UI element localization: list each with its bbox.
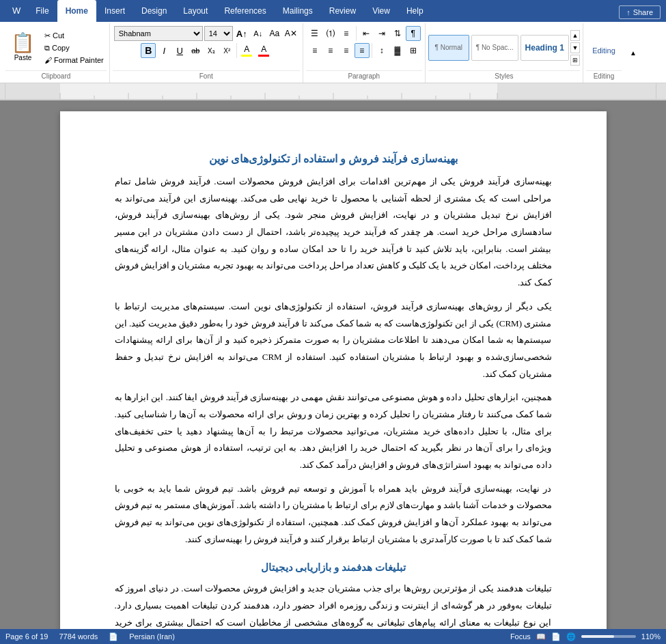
tab-review[interactable]: Review: [321, 0, 364, 22]
collapse-ribbon-button[interactable]: ▲: [626, 46, 641, 61]
increase-indent-button[interactable]: ⇥: [374, 26, 389, 41]
style-heading1-label: Heading 1: [525, 43, 564, 53]
word-count: 7784 words: [59, 632, 98, 641]
format-painter-button[interactable]: 🖌 Format Painter: [42, 55, 107, 66]
decrease-font-button[interactable]: A↓: [251, 26, 266, 41]
highlight-color-bar: [241, 55, 252, 57]
paste-button[interactable]: 📋 Paste: [5, 30, 40, 66]
page-info: Page 6 of 19: [5, 632, 48, 641]
paragraph-label: Paragraph: [306, 70, 422, 81]
clipboard-label: Clipboard: [5, 70, 107, 81]
svg-rect-2: [497, 83, 656, 99]
change-case-button[interactable]: Aa: [267, 26, 282, 41]
tab-view[interactable]: View: [364, 0, 398, 22]
cut-button[interactable]: ✂ Cut: [42, 30, 107, 42]
ribbon-collapse: ▲: [624, 23, 642, 83]
font-name-select[interactable]: Shabnam: [114, 26, 203, 41]
word-count-icon: 📄: [109, 632, 118, 641]
document-scroll[interactable]: بهینه‌سازی فرآیند فروش و استفاده از تکنو…: [0, 100, 666, 629]
justify-button[interactable]: ≡: [355, 43, 370, 58]
font-color-button[interactable]: A: [256, 44, 271, 57]
tab-layout[interactable]: Layout: [175, 0, 216, 22]
style-no-spacing[interactable]: ¶ No Spac...: [471, 35, 518, 61]
numbering-button[interactable]: ⑴: [323, 26, 338, 41]
style-no-spacing-mark: ¶ No Spac...: [476, 44, 514, 51]
font-size-select[interactable]: 14: [204, 26, 233, 41]
paragraph-content: ☰ ⑴ ≡ ⇤ ⇥ ⇅ ¶ ≡ ≡ ≡ ≡ ↕ ▓ ⊞: [306, 25, 422, 70]
tab-references[interactable]: References: [216, 0, 274, 22]
styles-scroll-down[interactable]: ▼: [570, 42, 580, 53]
focus-button[interactable]: Focus: [510, 632, 531, 641]
language: Persian (Iran): [129, 632, 175, 641]
font-separator: [236, 43, 237, 58]
doc-paragraph-2: یکی دیگر از روش‌های بهینه‌سازی فرآیند فر…: [115, 298, 552, 382]
style-heading1[interactable]: Heading 1: [521, 35, 569, 61]
font-group: Shabnam 14 A↑ A↓ Aa A✕ B I U ab X₂ X²: [110, 23, 303, 83]
doc-title-2: تبلیغات هدفمند و بازاریابی دیجیتال: [115, 561, 552, 574]
underline-button[interactable]: U: [172, 43, 187, 58]
styles-label: Styles: [428, 70, 580, 81]
font-color-icon: A: [261, 44, 266, 54]
svg-rect-1: [5, 83, 60, 99]
zoom-slider[interactable]: [581, 635, 636, 638]
tab-insert[interactable]: Insert: [96, 0, 133, 22]
doc-title-1: بهینه‌سازی فرآیند فروش و استفاده از تکنو…: [115, 152, 552, 165]
tab-home[interactable]: Home: [57, 0, 96, 22]
sort-button[interactable]: ⇅: [390, 26, 405, 41]
subscript-button[interactable]: X₂: [204, 43, 219, 58]
align-separator: [372, 43, 372, 58]
text-highlight-color-button[interactable]: A: [239, 44, 254, 57]
superscript-button[interactable]: X²: [219, 43, 234, 58]
style-normal[interactable]: ¶ Normal: [428, 35, 469, 61]
view-web-button[interactable]: 🌐: [566, 632, 576, 641]
doc-paragraph-5: تبلیغات هدفمند یکی از مؤثرترین روش‌ها بر…: [115, 580, 552, 629]
editing-group: Editing Editing: [583, 23, 624, 83]
tab-design[interactable]: Design: [133, 0, 175, 22]
document-page[interactable]: بهینه‌سازی فرآیند فروش و استفاده از تکنو…: [60, 111, 607, 629]
decrease-indent-button[interactable]: ⇤: [359, 26, 374, 41]
align-right-button[interactable]: ≡: [339, 43, 354, 58]
font-color-bar: [258, 55, 269, 57]
tab-mailings[interactable]: Mailings: [275, 0, 321, 22]
styles-scroll-up[interactable]: ▲: [570, 30, 580, 41]
styles-content: ¶ Normal ¶ No Spac... Heading 1 ▲ ▼ ⊞: [428, 25, 580, 70]
doc-paragraph-3: همچنین، ابزارهای تحلیل داده و هوش مصنوعی…: [115, 389, 552, 473]
borders-button[interactable]: ⊞: [406, 43, 421, 58]
cut-icon: ✂: [44, 31, 51, 40]
align-left-button[interactable]: ≡: [307, 43, 322, 58]
bold-button[interactable]: B: [141, 43, 156, 58]
tab-help[interactable]: Help: [398, 0, 432, 22]
align-center-button[interactable]: ≡: [323, 43, 338, 58]
doc-paragraph-4: در نهایت، بهینه‌سازی فرآیند فروش باید هم…: [115, 481, 552, 548]
font-label: Font: [113, 70, 300, 81]
editing-content: Editing: [592, 25, 615, 70]
copy-button[interactable]: ⧉ Copy: [42, 42, 107, 54]
share-icon: ↑: [626, 8, 630, 16]
show-formatting-button[interactable]: ¶: [406, 26, 421, 41]
doc-paragraph-1: بهینه‌سازی فرآیند فروش یکی از مهم‌ترین ا…: [115, 173, 552, 292]
increase-font-button[interactable]: A↑: [234, 26, 249, 41]
view-read-button[interactable]: 📖: [536, 632, 546, 641]
font-content: Shabnam 14 A↑ A↓ Aa A✕ B I U ab X₂ X²: [113, 25, 300, 70]
share-button[interactable]: ↑ Share: [619, 5, 661, 19]
format-painter-icon: 🖌: [44, 56, 52, 64]
zoom-level: 110%: [641, 632, 661, 641]
italic-button[interactable]: I: [156, 43, 171, 58]
styles-scroll-arrows: ▲ ▼ ⊞: [570, 30, 580, 66]
align-row: ≡ ≡ ≡ ≡ ↕ ▓ ⊞: [307, 43, 421, 58]
clipboard-area: 📋 Paste ✂ Cut ⧉ Copy 🖌: [5, 30, 107, 66]
clear-formatting-button[interactable]: A✕: [283, 26, 299, 41]
tab-file[interactable]: File: [27, 0, 57, 22]
ribbon-toolbar: 📋 Paste ✂ Cut ⧉ Copy 🖌: [0, 22, 666, 83]
paragraph-group: ☰ ⑴ ≡ ⇤ ⇥ ⇅ ¶ ≡ ≡ ≡ ≡ ↕ ▓ ⊞: [303, 23, 426, 83]
line-spacing-button[interactable]: ↕: [374, 43, 389, 58]
styles-expand[interactable]: ⊞: [570, 55, 580, 66]
list-separator: [356, 26, 357, 41]
document-wrapper: بهینه‌سازی فرآیند فروش و استفاده از تکنو…: [0, 100, 666, 629]
multilevel-list-button[interactable]: ≡: [339, 26, 354, 41]
shading-button[interactable]: ▓: [390, 43, 405, 58]
strikethrough-button[interactable]: ab: [188, 43, 203, 58]
view-print-button[interactable]: 📄: [551, 632, 561, 641]
ruler-track: [5, 83, 656, 99]
bullets-button[interactable]: ☰: [307, 26, 322, 41]
